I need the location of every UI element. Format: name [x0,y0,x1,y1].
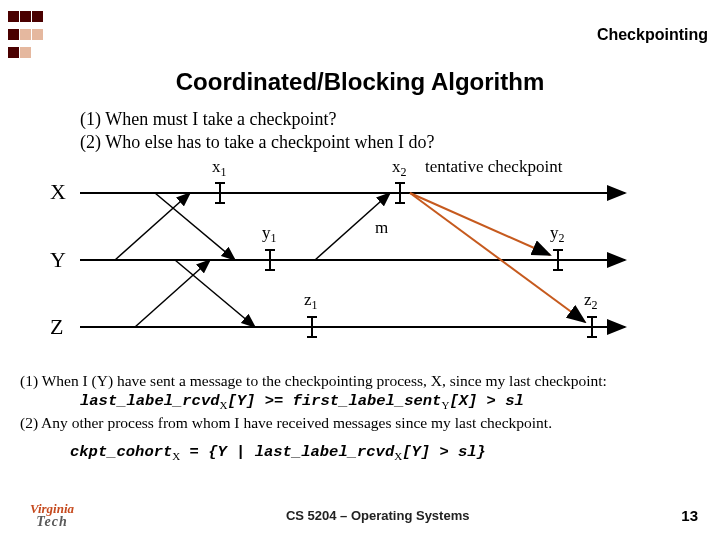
formula-1: last_label_rcvdX[Y] >= first_label_sentY… [80,390,706,413]
process-Y: Y [50,247,66,273]
formula-2: ckpt_cohortX = {Y | last_label_rcvdX[Y] … [70,441,706,464]
label-x1: x1 [212,157,227,180]
label-y1: y1 [262,223,277,246]
timeline-svg [80,155,640,365]
section-label: Checkpointing [597,26,708,44]
explain-1: (1) When I (Y) have sent a message to th… [20,371,706,390]
explanation: (1) When I (Y) have sent a message to th… [20,371,706,463]
header: Checkpointing [0,0,720,64]
questions: (1) When must I take a checkpoint? (2) W… [80,108,720,153]
label-z2: z2 [584,290,598,313]
timeline-diagram: X Y Z x1 x2 tentative checkpoint y1 m y2… [80,155,640,365]
course-label: CS 5204 – Operating Systems [74,508,681,523]
footer: Virginia Tech CS 5204 – Operating System… [0,501,720,530]
question-2: (2) Who else has to take a checkpoint wh… [80,131,720,154]
explain-2: (2) Any other process from whom I have r… [20,413,706,432]
svg-line-3 [115,193,190,260]
deco-squares [8,8,44,62]
page-number: 13 [681,507,698,524]
label-x2: x2 [392,157,407,180]
label-z1: z1 [304,290,318,313]
question-1: (1) When must I take a checkpoint? [80,108,720,131]
label-tentative: tentative checkpoint [425,157,562,177]
process-X: X [50,179,66,205]
vt-logo: Virginia Tech [30,501,74,530]
svg-line-4 [135,260,210,327]
svg-line-6 [175,260,255,327]
slide-title: Coordinated/Blocking Algorithm [0,68,720,96]
label-m: m [375,218,388,238]
label-y2: y2 [550,223,565,246]
process-Z: Z [50,314,63,340]
